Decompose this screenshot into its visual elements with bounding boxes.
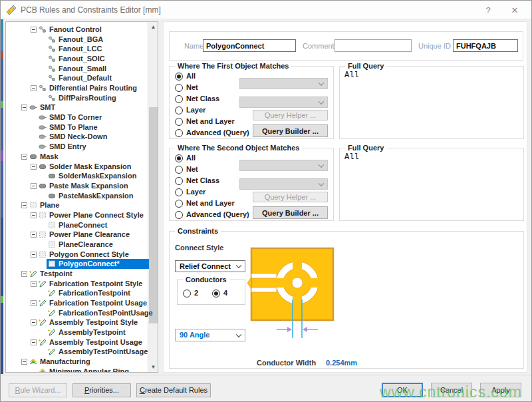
- tree-item-solder-mask-expansion[interactable]: Solder Mask Expansion: [6, 162, 158, 172]
- tree-item-planeconnect[interactable]: PlaneConnect: [6, 220, 158, 230]
- collapse-minus-icon[interactable]: [31, 252, 37, 258]
- tree-item-smd-to-plane[interactable]: SMD To Plane: [6, 122, 158, 132]
- tree-item-smd-entry[interactable]: SMD Entry: [6, 142, 158, 152]
- tree-item-fanout-lcc[interactable]: Fanout_LCC: [6, 44, 158, 54]
- connect-style-select[interactable]: Relief Connect: [175, 260, 245, 272]
- unique-id-input[interactable]: [453, 39, 518, 52]
- collapse-minus-icon[interactable]: [31, 339, 37, 345]
- collapse-minus-icon[interactable]: [31, 319, 37, 325]
- tree-item-polygon-connect-style[interactable]: Polygon Connect Style: [6, 250, 158, 260]
- collapse-minus-icon[interactable]: [31, 281, 37, 287]
- tree-item-fanout-bga[interactable]: Fanout_BGA: [6, 35, 158, 45]
- conductor-width-value[interactable]: 0.254mm: [326, 359, 357, 367]
- second-match-option-all[interactable]: All: [175, 154, 248, 163]
- tree-item-fanout-default[interactable]: Fanout_Default: [6, 73, 158, 83]
- cancel-button[interactable]: Cancel: [431, 383, 472, 397]
- tree-item-smd-neck-down[interactable]: SMD Neck-Down: [6, 132, 158, 142]
- second-match-option-layer[interactable]: Layer: [175, 188, 248, 197]
- tree-item-fabricationtestpointusage[interactable]: FabricationTestPointUsage: [6, 308, 158, 318]
- second-match-query-builder-button[interactable]: Query Builder ...: [253, 206, 328, 219]
- comment-input[interactable]: [334, 39, 412, 52]
- tree-item-fanout-soic[interactable]: Fanout_SOIC: [6, 54, 158, 64]
- collapse-minus-icon[interactable]: [21, 202, 27, 208]
- collapse-minus-icon[interactable]: [31, 232, 37, 238]
- conductors-option-2[interactable]: 2: [183, 289, 209, 298]
- second-match-option-advanced-query[interactable]: Advanced (Query): [175, 210, 248, 220]
- create-default-rules-button[interactable]: Create Default Rules: [136, 383, 211, 397]
- angle-select[interactable]: 90 Angle: [175, 329, 245, 341]
- first-match-option-layer[interactable]: Layer: [175, 106, 248, 115]
- testpoint-rule-icon: [48, 289, 56, 297]
- help-button[interactable]: ?: [478, 3, 498, 17]
- collapse-minus-icon[interactable]: [31, 183, 37, 189]
- conductors-option-4[interactable]: 4: [212, 289, 239, 298]
- manufacturing-rule-icon: [39, 367, 47, 373]
- collapse-minus-icon[interactable]: [21, 104, 27, 110]
- tree-item-fabrication-testpoint-usage[interactable]: Fabrication Testpoint Usage: [6, 298, 158, 308]
- tree-item-fabricationtestpoint[interactable]: FabricationTestpoint: [6, 288, 158, 298]
- tree-item-power-plane-clearance[interactable]: Power Plane Clearance: [6, 230, 158, 240]
- tree-item-label: Fanout_LCC: [59, 45, 102, 53]
- collapse-minus-icon[interactable]: [21, 359, 27, 365]
- tree-item-label: SMT: [40, 103, 55, 111]
- tree-item-fanout-small[interactable]: Fanout_Small: [6, 64, 158, 74]
- first-match-query-builder-button[interactable]: Query Builder ...: [253, 124, 328, 137]
- tree-item-paste-mask-expansion[interactable]: Paste Mask Expansion: [6, 181, 158, 191]
- tree-item-smd-to-corner[interactable]: SMD To Corner: [6, 112, 158, 122]
- first-match-option-all[interactable]: All: [175, 72, 248, 81]
- collapse-minus-icon[interactable]: [31, 27, 37, 33]
- tree-item-planeclearance[interactable]: PlaneClearance: [6, 240, 158, 250]
- tree-item-polygonconnect[interactable]: PolygonConnect*: [6, 259, 158, 269]
- testpoint-rule-icon: [39, 338, 47, 346]
- close-icon[interactable]: ✕: [505, 3, 525, 17]
- first-match-option-net-and-layer[interactable]: Net and Layer: [175, 117, 248, 126]
- plane-rule-icon: [39, 230, 47, 238]
- first-match-option-advanced-query[interactable]: Advanced (Query): [175, 128, 248, 138]
- tree-item-diffpairsrouting[interactable]: DiffPairsRouting: [6, 93, 158, 103]
- collapse-minus-icon[interactable]: [21, 154, 27, 160]
- collapse-minus-icon[interactable]: [31, 300, 37, 306]
- first-match-option-net[interactable]: Net: [175, 83, 248, 93]
- tree-item-smt[interactable]: SMT: [6, 102, 158, 112]
- first-match-select-1[interactable]: [239, 78, 328, 89]
- mask-rule-icon: [29, 152, 37, 160]
- second-match-select-2[interactable]: [239, 178, 328, 190]
- tree-item-plane[interactable]: Plane: [6, 200, 158, 210]
- tree-item-fabrication-testpoint-style[interactable]: Fabrication Testpoint Style: [6, 279, 158, 289]
- tree-item-soldermaskexpansion[interactable]: SolderMaskExpansion: [6, 171, 158, 181]
- tree-item-assembly-testpoint-usage[interactable]: Assembly Testpoint Usage: [6, 337, 158, 347]
- collapse-minus-icon[interactable]: [31, 85, 37, 91]
- background-window-edge: [1, 19, 3, 374]
- first-match-select-2[interactable]: [239, 97, 328, 108]
- tree-item-pastemaskexpansion[interactable]: PasteMaskExpansion: [6, 191, 158, 201]
- tree-item-assembly-testpoint-style[interactable]: Assembly Testpoint Style: [6, 317, 158, 327]
- tree-item-manufacturing[interactable]: Manufacturing: [6, 357, 158, 367]
- first-match-query-helper-button[interactable]: Query Helper ...: [253, 110, 328, 120]
- apply-button[interactable]: Apply: [480, 383, 521, 397]
- second-match-query-helper-button[interactable]: Query Helper ...: [253, 192, 328, 202]
- second-match-option-net[interactable]: Net: [175, 165, 248, 174]
- second-match-option-net-and-layer[interactable]: Net and Layer: [175, 199, 248, 208]
- collapse-minus-icon[interactable]: [31, 212, 37, 218]
- tree-item-fanout-control[interactable]: Fanout Control: [6, 25, 158, 35]
- tree-item-mask[interactable]: Mask: [6, 152, 158, 162]
- tree-item-differential-pairs-routing[interactable]: Differential Pairs Routing: [6, 83, 158, 93]
- first-match-option-net-class[interactable]: Net Class: [175, 95, 248, 104]
- priorities-button[interactable]: Priorities...: [72, 383, 131, 397]
- tree-item-label: Differential Pairs Routing: [49, 84, 137, 92]
- collapse-minus-icon[interactable]: [21, 271, 27, 277]
- name-input[interactable]: [203, 39, 296, 52]
- first-object-matches-title: Where The First Object Matches: [175, 62, 291, 70]
- tree-item-assemblytestpointusage[interactable]: AssemblyTestPointUsage: [6, 347, 158, 357]
- tree-item-testpoint[interactable]: Testpoint: [6, 269, 158, 279]
- second-match-option-net-class[interactable]: Net Class: [175, 176, 248, 186]
- testpoint-rule-icon: [48, 347, 56, 355]
- tree-item-assemblytestpoint[interactable]: AssemblyTestpoint: [6, 327, 158, 337]
- ok-button[interactable]: OK: [382, 383, 423, 397]
- second-match-select-1[interactable]: [239, 160, 328, 171]
- collapse-minus-icon[interactable]: [31, 164, 37, 170]
- tree-item-power-plane-connect-style[interactable]: Power Plane Connect Style: [6, 210, 158, 220]
- rule-wizard-button[interactable]: Rule Wizard...: [9, 383, 67, 397]
- tree-item-label: Power Plane Clearance: [49, 230, 130, 238]
- tree-item-minimum-annular-ring[interactable]: Minimum Annular Ring: [6, 367, 158, 373]
